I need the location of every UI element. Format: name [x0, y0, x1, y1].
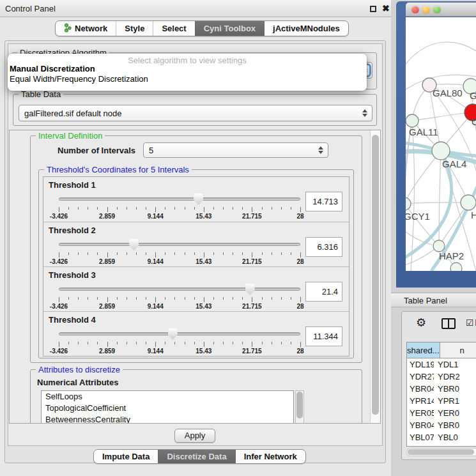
- node-label-c: C: [472, 116, 476, 127]
- dropdown-option-equal-width-frequency-discretization[interactable]: Equal Width/Frequency Discretization: [8, 74, 367, 84]
- threshold-slider[interactable]: -3.4262.8599.14415.4321.71528: [59, 284, 300, 311]
- cell-name[interactable]: YER0: [434, 407, 476, 419]
- cell-shared-name[interactable]: YPR145W: [407, 395, 434, 407]
- slider-track[interactable]: [59, 288, 300, 291]
- table-row[interactable]: YBR043CYBR0: [407, 383, 476, 395]
- node-label-gcy1: GCY1: [406, 211, 430, 222]
- tick-label: 2.859: [99, 258, 115, 265]
- table-row[interactable]: YER054CYER0: [407, 407, 476, 419]
- network-node[interactable]: [450, 263, 462, 271]
- zoom-traffic-light[interactable]: [433, 6, 441, 13]
- table-row[interactable]: YBL079WYBL0: [407, 431, 476, 443]
- cell-name[interactable]: YDL1: [434, 358, 476, 371]
- attribute-list-item[interactable]: TopologicalCoefficient: [42, 403, 293, 414]
- combo-stepper-icon[interactable]: [362, 109, 367, 117]
- attribute-list-item[interactable]: BetweennessCentrality: [42, 414, 293, 424]
- float-window-icon[interactable]: [370, 6, 376, 12]
- table-row[interactable]: YLR345WYLR3: [407, 443, 476, 447]
- threshold-value-field[interactable]: 11.344: [305, 326, 342, 346]
- cell-name[interactable]: YDR2: [434, 371, 476, 383]
- threshold-slider[interactable]: -3.4262.8599.14415.4321.71528: [59, 239, 300, 266]
- cell-shared-name[interactable]: YBL079W: [407, 431, 434, 443]
- threshold-value-field[interactable]: 6.316: [305, 237, 342, 257]
- slider-tick-labels: -3.4262.8599.14415.4321.71528: [59, 348, 300, 355]
- cell-name[interactable]: YBR0: [434, 383, 476, 395]
- dropdown-option-manual-discretization[interactable]: Manual Discretization: [8, 64, 367, 74]
- network-canvas[interactable]: GAL80G.CGAL11GAL4GCY1HHAP2: [406, 17, 476, 271]
- table-data-combo[interactable]: galFiltered.sif default node: [19, 105, 372, 121]
- network-node[interactable]: [406, 114, 418, 127]
- combo-stepper-icon[interactable]: [318, 146, 323, 154]
- cell-shared-name[interactable]: YDR27...: [407, 371, 434, 383]
- tab-infer-network[interactable]: Infer Network: [235, 450, 305, 463]
- close-traffic-light[interactable]: [411, 6, 419, 13]
- apply-button[interactable]: Apply: [174, 429, 215, 443]
- cell-shared-name[interactable]: YER054C: [407, 407, 434, 419]
- cell-shared-name[interactable]: YLR345W: [407, 443, 434, 447]
- column-header-name[interactable]: n: [440, 342, 476, 358]
- settings-vertical-scrollbar[interactable]: [370, 130, 380, 423]
- thresholds-group: Threshold's Coordinates for 5 Intervals …: [38, 169, 354, 358]
- table-horizontal-scrollbar[interactable]: [406, 448, 476, 456]
- table-panel-titlebar: Table Panel: [391, 293, 476, 307]
- split-columns-icon[interactable]: [441, 318, 456, 329]
- cell-shared-name[interactable]: YDL19...: [407, 358, 434, 371]
- threshold-value-field[interactable]: 14.713: [305, 192, 342, 211]
- tab-label: Network: [75, 24, 107, 33]
- cell-name[interactable]: YBR0: [434, 419, 476, 431]
- slider-thumb[interactable]: [168, 328, 178, 340]
- tab-select[interactable]: Select: [153, 21, 194, 36]
- tick-label: -3.426: [50, 303, 68, 310]
- column-header-shared-name[interactable]: shared...: [407, 342, 440, 358]
- edge: [412, 112, 473, 121]
- slider-track[interactable]: [59, 197, 300, 201]
- tab-jactivemnodules[interactable]: jActiveMNodules: [264, 21, 348, 36]
- close-icon[interactable]: ✖: [382, 3, 390, 13]
- slider-thumb[interactable]: [194, 194, 203, 205]
- table-row[interactable]: YBR045CYBR0: [407, 419, 476, 431]
- slider-track[interactable]: [59, 332, 300, 335]
- gear-icon[interactable]: ⚙: [416, 316, 426, 330]
- threshold-slider[interactable]: -3.4262.8599.14415.4321.71528: [59, 328, 300, 355]
- tick-label: 21.715: [242, 258, 262, 265]
- cell-shared-name[interactable]: YBR043C: [407, 383, 434, 395]
- tab-style[interactable]: Style: [116, 21, 153, 36]
- table-row[interactable]: YDL19...YDL1: [407, 358, 476, 371]
- cell-name[interactable]: YPR1: [434, 395, 476, 407]
- tab-network[interactable]: Network: [56, 21, 116, 36]
- network-node[interactable]: [432, 142, 450, 160]
- cell-name[interactable]: YBL0: [434, 431, 476, 443]
- scrollbar-thumb[interactable]: [372, 135, 379, 415]
- slider-tick-labels: -3.4262.8599.14415.4321.71528: [59, 303, 300, 311]
- slider-thumb[interactable]: [129, 239, 139, 250]
- threshold-row: Threshold 4-3.4262.8599.14415.4321.71528…: [43, 311, 349, 356]
- tab-discretize-data[interactable]: Discretize Data: [158, 450, 234, 463]
- tab-label: Style: [125, 24, 144, 33]
- tab-impute-data[interactable]: Impute Data: [94, 450, 158, 463]
- attributes-list-scrollbar[interactable]: [295, 390, 304, 424]
- interval-definition-title: Interval Definition: [36, 131, 105, 141]
- edge: [406, 151, 441, 204]
- network-icon: [64, 23, 72, 35]
- network-node[interactable]: [406, 197, 411, 210]
- attribute-list-item[interactable]: SelfLoops: [42, 391, 293, 403]
- threshold-label: Threshold 4: [49, 315, 96, 325]
- threshold-rows: Threshold 1-3.4262.8599.14415.4321.71528…: [43, 176, 349, 357]
- tab-cyni-toolbox[interactable]: Cyni Toolbox: [195, 21, 264, 36]
- node-attribute-table[interactable]: shared... n YDL19...YDL1YDR27...YDR2YBR0…: [406, 342, 476, 447]
- slider-thumb[interactable]: [245, 284, 255, 295]
- scrollbar-thumb[interactable]: [408, 449, 474, 455]
- cell-shared-name[interactable]: YBR045C: [407, 419, 434, 431]
- number-of-intervals-combo[interactable]: 5: [143, 142, 328, 158]
- tick-label: -3.426: [50, 213, 68, 220]
- network-node[interactable]: [461, 195, 476, 210]
- table-row[interactable]: YDR27...YDR2: [407, 371, 476, 383]
- cell-name[interactable]: YLR3: [434, 443, 476, 447]
- table-row[interactable]: YPR145WYPR1: [407, 395, 476, 407]
- slider-track[interactable]: [59, 243, 300, 246]
- minimize-traffic-light[interactable]: [422, 6, 430, 13]
- threshold-slider[interactable]: -3.4262.8599.14415.4321.71528: [59, 194, 300, 220]
- checkbox-icon[interactable]: ☑: [466, 318, 474, 328]
- threshold-value-field[interactable]: 21.4: [305, 282, 342, 302]
- numerical-attributes-list[interactable]: SelfLoopsTopologicalCoefficientBetweenne…: [41, 390, 294, 424]
